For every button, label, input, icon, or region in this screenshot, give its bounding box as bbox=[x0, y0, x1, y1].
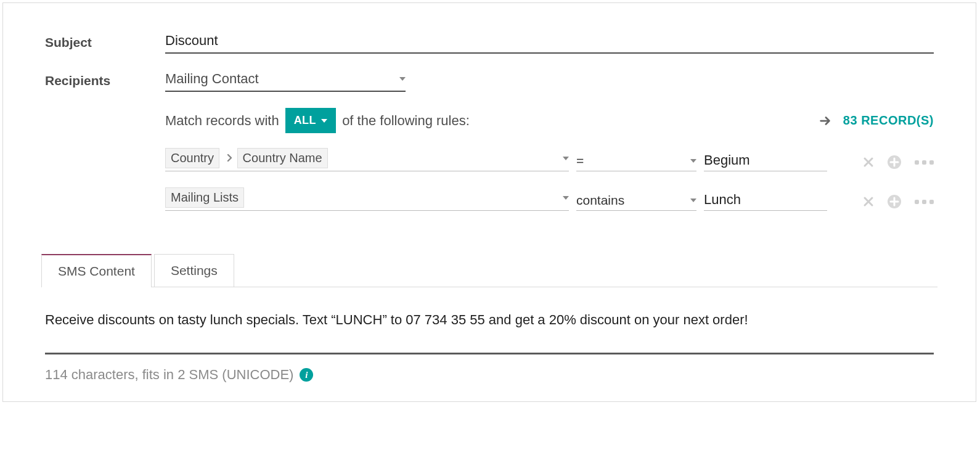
tab-content: Receive discounts on tasty lunch special… bbox=[3, 287, 976, 401]
delete-rule-icon[interactable] bbox=[863, 196, 874, 207]
subject-input[interactable] bbox=[165, 33, 934, 54]
chevron-down-icon bbox=[321, 119, 327, 123]
records-right: 83 RECORD(S) bbox=[819, 113, 934, 128]
add-rule-icon[interactable] bbox=[888, 195, 901, 208]
records-count-link[interactable]: 83 RECORD(S) bbox=[843, 113, 934, 128]
recipients-label: Recipients bbox=[45, 71, 165, 227]
add-rule-icon[interactable] bbox=[888, 155, 901, 169]
subject-row: Subject bbox=[45, 33, 934, 54]
recipients-select[interactable]: Mailing Contact bbox=[165, 71, 406, 92]
rule-field-chain[interactable]: Mailing Lists bbox=[165, 187, 569, 211]
rule-operator-value: contains bbox=[576, 193, 624, 208]
chevron-down-icon bbox=[690, 159, 696, 163]
tab-settings[interactable]: Settings bbox=[154, 254, 234, 287]
match-mode-button[interactable]: ALL bbox=[285, 108, 337, 133]
sms-body-textarea[interactable]: Receive discounts on tasty lunch special… bbox=[45, 312, 934, 354]
recipients-value-col: Mailing Contact Match records with ALL o… bbox=[165, 71, 934, 227]
chevron-right-icon bbox=[227, 152, 236, 165]
match-row: Match records with ALL of the following … bbox=[165, 108, 934, 133]
rule-actions bbox=[863, 155, 934, 171]
arrow-right-icon bbox=[819, 114, 832, 128]
more-rule-icon[interactable] bbox=[915, 200, 934, 204]
rule-field-chain[interactable]: Country Country Name bbox=[165, 148, 569, 171]
rule-value-input[interactable]: Lunch bbox=[704, 192, 827, 211]
tabs: SMS Content Settings bbox=[41, 254, 937, 287]
rule-operator-select[interactable]: = bbox=[576, 154, 696, 171]
rule-value-input[interactable]: Begium bbox=[704, 152, 827, 171]
form-inner: Subject Recipients Mailing Contact Match… bbox=[3, 3, 976, 287]
char-count-text: 114 characters, fits in 2 SMS (UNICODE) bbox=[45, 367, 293, 383]
match-mode-label: ALL bbox=[294, 114, 317, 127]
tab-label: Settings bbox=[171, 263, 218, 277]
char-count-row: 114 characters, fits in 2 SMS (UNICODE) … bbox=[45, 367, 934, 383]
more-rule-icon[interactable] bbox=[915, 160, 934, 165]
recipients-row: Recipients Mailing Contact Match records… bbox=[45, 71, 934, 227]
tab-sms-content[interactable]: SMS Content bbox=[41, 254, 152, 287]
info-icon[interactable]: i bbox=[300, 368, 313, 382]
chevron-down-icon bbox=[690, 199, 696, 202]
recipients-select-value: Mailing Contact bbox=[165, 71, 259, 87]
chevron-down-icon bbox=[563, 157, 569, 160]
rule-field-tags: Mailing Lists bbox=[165, 187, 247, 208]
subject-label: Subject bbox=[45, 33, 165, 54]
delete-rule-icon[interactable] bbox=[863, 157, 874, 168]
chevron-down-icon bbox=[399, 77, 406, 81]
subject-value-col bbox=[165, 33, 934, 54]
chevron-down-icon bbox=[563, 196, 569, 200]
rule-operator-select[interactable]: contains bbox=[576, 193, 696, 211]
rule-actions bbox=[863, 195, 934, 211]
field-tag: Country bbox=[165, 148, 219, 168]
match-suffix: of the following rules: bbox=[342, 113, 470, 129]
rule-row: Country Country Name = Begium bbox=[165, 148, 934, 171]
field-tag: Country Name bbox=[237, 148, 328, 168]
rule-field-tags: Country Country Name bbox=[165, 148, 330, 168]
field-tag: Mailing Lists bbox=[165, 187, 244, 208]
rule-row: Mailing Lists contains Lunch bbox=[165, 187, 934, 211]
tab-label: SMS Content bbox=[58, 264, 135, 278]
form-panel: Subject Recipients Mailing Contact Match… bbox=[2, 2, 976, 402]
rule-operator-value: = bbox=[576, 154, 584, 168]
match-prefix: Match records with bbox=[165, 113, 279, 129]
match-left: Match records with ALL of the following … bbox=[165, 108, 470, 133]
